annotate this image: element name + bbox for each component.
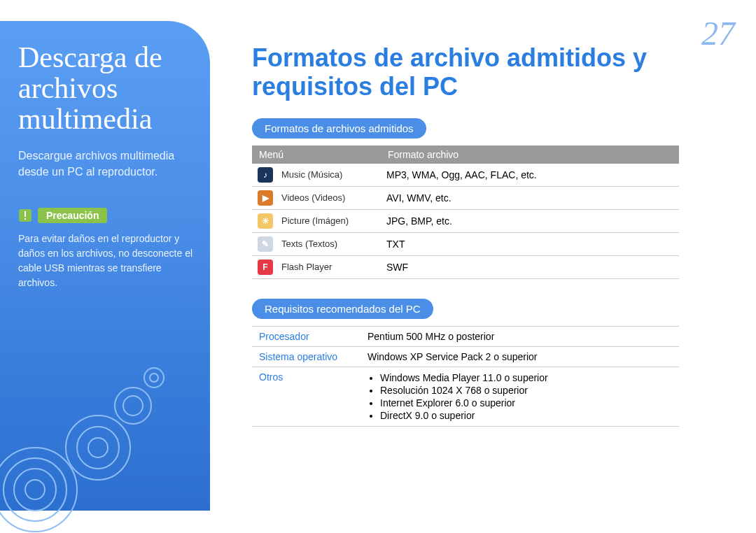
req-value: Pentium 500 MHz o posterior — [360, 326, 679, 346]
menu-cell: Videos (Videos) — [276, 186, 381, 209]
list-item: Windows Media Player 11.0 o superior — [380, 371, 672, 384]
col-format: Formato archivo — [381, 145, 679, 164]
requirements-table: Procesador Pentium 500 MHz o posterior S… — [252, 326, 679, 427]
svg-point-7 — [66, 415, 130, 480]
list-item: Internet Explorer 6.0 o superior — [380, 397, 672, 409]
col-menu: Menú — [252, 145, 381, 164]
format-cell: JPG, BMP, etc. — [381, 209, 679, 232]
table-row: ✎ Texts (Textos) TXT — [252, 232, 679, 255]
svg-point-5 — [14, 469, 56, 511]
table-row: F Flash Player SWF — [252, 255, 679, 278]
text-icon: ✎ — [258, 236, 273, 252]
picture-icon: ☀ — [258, 213, 273, 229]
sidebar-title: Descarga de archivos multimedia — [18, 42, 197, 134]
req-value: Windows Media Player 11.0 o superior Res… — [360, 367, 679, 426]
table-row: Procesador Pentium 500 MHz o posterior — [252, 326, 679, 346]
list-item: DirectX 9.0 o superior — [380, 409, 672, 422]
caution-badge: Precaución — [38, 208, 107, 223]
caution-text: Para evitar daños en el reproductor y da… — [18, 232, 197, 290]
table-row: ♪ Music (Música) MP3, WMA, Ogg, AAC, FLA… — [252, 164, 679, 187]
sidebar: Descarga de archivos multimedia Descargu… — [0, 21, 210, 511]
flash-icon: F — [258, 260, 273, 275]
req-label: Otros — [252, 367, 360, 426]
req-label: Sistema operativo — [252, 346, 360, 367]
video-icon: ▶ — [258, 190, 273, 206]
table-row: Sistema operativo Windows XP Service Pac… — [252, 346, 679, 367]
svg-point-12 — [144, 368, 164, 388]
svg-point-6 — [25, 480, 45, 499]
format-cell: SWF — [381, 255, 679, 278]
svg-rect-1 — [24, 211, 26, 217]
svg-point-8 — [77, 427, 119, 469]
main-title: Formatos de archivo admitidos y requisit… — [252, 43, 700, 101]
sidebar-subtitle: Descargue archivos multimedia desde un P… — [18, 148, 197, 180]
svg-rect-2 — [24, 218, 26, 220]
formats-table: Menú Formato archivo ♪ Music (Música) MP… — [252, 145, 679, 279]
svg-point-10 — [115, 388, 151, 424]
svg-point-13 — [150, 374, 158, 382]
menu-cell: Texts (Textos) — [276, 232, 381, 255]
req-others-list: Windows Media Player 11.0 o superior Res… — [368, 371, 672, 422]
music-icon: ♪ — [258, 167, 273, 183]
svg-point-9 — [88, 438, 108, 457]
menu-cell: Flash Player — [276, 255, 381, 278]
svg-point-3 — [0, 448, 77, 532]
format-cell: MP3, WMA, Ogg, AAC, FLAC, etc. — [381, 164, 679, 187]
caution-row: Precaución — [18, 208, 197, 223]
table-row: ☀ Picture (Imágen) JPG, BMP, etc. — [252, 209, 679, 232]
format-cell: TXT — [381, 232, 679, 255]
list-item: Resolución 1024 X 768 o superior — [380, 384, 672, 397]
warning-icon — [18, 208, 32, 222]
menu-cell: Music (Música) — [276, 164, 381, 187]
decorative-circles — [0, 357, 168, 533]
svg-point-4 — [4, 458, 66, 521]
main-content: Formatos de archivo admitidos y requisit… — [252, 43, 700, 427]
menu-cell: Picture (Imágen) — [276, 209, 381, 232]
req-value: Windows XP Service Pack 2 o superior — [360, 346, 679, 367]
table-row: ▶ Videos (Videos) AVI, WMV, etc. — [252, 186, 679, 209]
req-label: Procesador — [252, 326, 360, 346]
formats-heading: Formatos de archivos admitidos — [252, 118, 426, 138]
page-number: 27 — [701, 14, 735, 52]
svg-point-11 — [123, 396, 143, 415]
formats-table-header-row: Menú Formato archivo — [252, 145, 679, 164]
format-cell: AVI, WMV, etc. — [381, 186, 679, 209]
table-row: Otros Windows Media Player 11.0 o superi… — [252, 367, 679, 426]
requirements-heading: Requisitos recomendados del PC — [252, 299, 433, 319]
